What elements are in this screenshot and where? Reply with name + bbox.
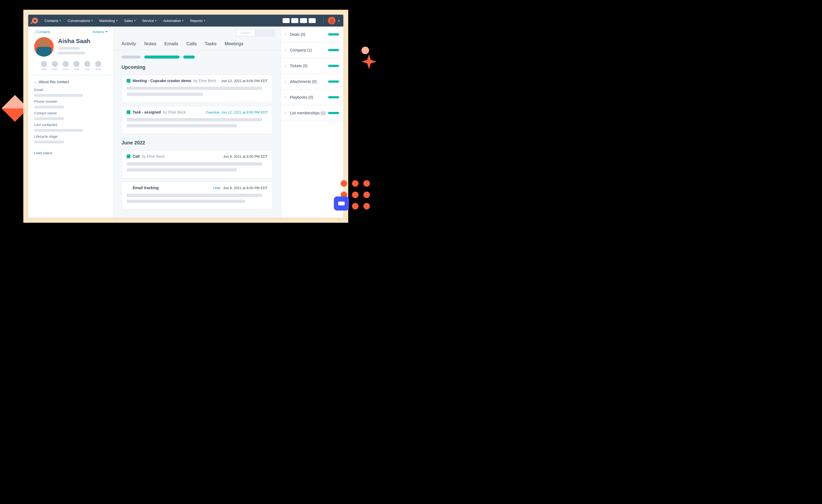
caret-down-icon [105,31,108,33]
nav-marketing[interactable]: Marketing▾ [96,15,120,27]
placeholder [127,87,262,90]
chevron-down-icon[interactable]: ▾ [338,19,340,22]
panel-label: Playbooks (0) [290,95,313,99]
activity-tabs: Activity Notes Emails Calls Tasks Meetin… [114,36,281,50]
activity-card-meeting[interactable]: Meeting - Cupcake creator demo by Elise … [121,75,273,103]
placeholder [127,194,262,197]
logo-icon[interactable] [31,17,38,24]
quick-action[interactable] [52,61,58,70]
field-label-email: Email [34,88,108,92]
chevron-down-icon: ▾ [91,19,93,22]
chevron-down-icon: ▾ [134,19,135,22]
tab-activity[interactable]: Activity [121,41,136,50]
panel-action[interactable] [328,80,339,83]
utility-button[interactable] [309,18,316,23]
back-link-label: Contacts [36,30,50,34]
card-by: by Elise Beck [142,154,164,159]
nav-service[interactable]: Service▾ [139,15,159,27]
about-contact-label: About this contact [39,80,69,84]
activity-card-call[interactable]: Call by Elise Beck Jun 9, 2021 at 8:00 P… [121,150,273,178]
chat-widget-icon[interactable] [334,196,349,211]
tab-emails[interactable]: Emails [164,41,178,50]
activity-icon [127,110,130,114]
chevron-down-icon: ▾ [204,19,205,22]
panel-list-memberships[interactable]: › List memberships (1) [281,105,343,121]
chevron-right-icon: › [285,64,288,68]
panel-tickets[interactable]: › Tickets (0) [281,58,343,74]
chevron-right-icon: › [285,48,288,52]
hide-link[interactable]: Hide [213,186,221,190]
panel-label: Tickets (0) [290,64,308,68]
back-link[interactable]: ‹ Contacts [34,30,50,34]
filter-pill-active[interactable] [183,56,195,59]
panel-action[interactable] [328,49,339,51]
panel-attachments[interactable]: › Attachments (0) [281,74,343,89]
field-label-last-contacted: Last contacted [34,123,108,127]
contact-name: Aisha Saah [58,38,90,45]
placeholder [127,200,245,203]
nav-automation[interactable]: Automation▾ [160,15,186,27]
nav-sales[interactable]: Sales▾ [121,15,138,27]
panel-action[interactable] [328,65,339,67]
placeholder [34,129,83,132]
utility-button[interactable] [291,18,298,23]
quick-action[interactable] [41,61,47,70]
placeholder [34,141,64,143]
top-utility-buttons [283,18,316,23]
panel-action[interactable] [328,96,339,98]
placeholder [58,47,80,50]
panel-action[interactable] [328,112,339,114]
activity-card-email-tracking[interactable]: Email tracking Hide Jun 9, 2021 at 8:00 … [121,182,273,210]
filter-row [114,50,281,60]
nav-reports[interactable]: Reports▾ [187,15,208,27]
nav-contacts[interactable]: Contacts▾ [42,15,64,27]
panel-action[interactable] [328,33,339,35]
contact-avatar[interactable] [34,37,54,57]
quick-action[interactable] [84,61,90,70]
chevron-right-icon: › [285,79,288,83]
panel-company[interactable]: › Company (1) [281,42,343,58]
filter-pill-active[interactable] [144,56,179,59]
actions-label: Actions [92,30,104,34]
utility-button[interactable] [300,18,307,23]
quick-action[interactable] [63,61,69,70]
user-avatar[interactable] [328,17,336,24]
chevron-down-icon: ▾ [60,19,61,22]
quick-action[interactable] [95,61,101,70]
view-toggle-option[interactable] [255,30,274,36]
tab-notes[interactable]: Notes [144,41,156,50]
field-label-owner: Contact owner [34,111,108,115]
tab-meetings[interactable]: Meetings [225,41,244,50]
activity-card-task[interactable]: Task - assigned by Elise Beck Overdue: J… [121,106,273,134]
filter-pill[interactable] [121,56,140,59]
quick-action[interactable] [73,61,79,70]
card-title: Task - assigned [133,110,161,114]
nav-conversations[interactable]: Conversations▾ [65,15,95,27]
panel-label: List memberships (1) [290,111,326,115]
view-toggle-option[interactable] [236,30,255,36]
section-month: June 2022 [114,136,281,148]
actions-menu[interactable]: Actions [92,30,108,34]
chevron-right-icon: › [285,32,288,36]
field-label-phone: Phone number [34,99,108,104]
left-sidebar: ‹ Contacts Actions Aisha Saah [28,27,114,218]
tab-tasks[interactable]: Tasks [205,41,217,50]
placeholder [127,168,237,172]
placeholder [127,93,203,96]
about-contact-toggle[interactable]: ⌄ About this contact [28,75,114,86]
center-panel: Activity Notes Emails Calls Tasks Meetin… [114,27,281,218]
panel-deals[interactable]: › Deals (0) [281,27,343,42]
card-date: Jun 9, 2021 at 8:00 PM EDT [223,186,268,190]
placeholder [127,124,237,127]
activity-icon [127,79,130,83]
tab-calls[interactable]: Calls [186,41,196,50]
view-toggle[interactable] [236,29,275,36]
panel-playbooks[interactable]: › Playbooks (0) [281,89,343,105]
quick-actions [28,58,114,75]
utility-button[interactable] [283,18,290,23]
placeholder [34,106,64,108]
card-title: Call [133,154,140,159]
app-window: Contacts▾ Conversations▾ Marketing▾ Sale… [28,15,343,218]
decoration-star [362,54,376,69]
card-date: Jun 9, 2021 at 8:00 PM EDT [223,154,268,159]
